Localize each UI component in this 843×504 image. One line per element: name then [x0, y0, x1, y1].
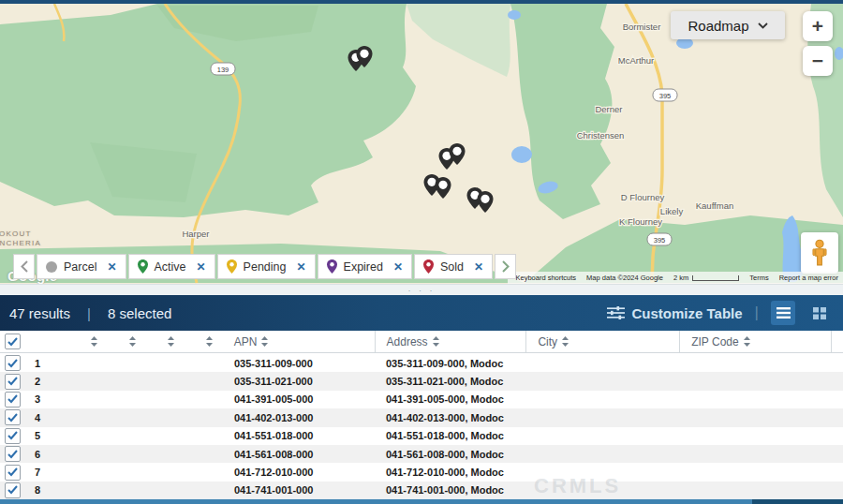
column-header-city[interactable]: City — [525, 331, 679, 352]
sort-icon — [206, 336, 213, 347]
map-label-likely: Likely — [660, 206, 684, 216]
toolbar-divider: | — [755, 304, 759, 322]
cell-address: 041-391-005-000, Modoc — [375, 393, 526, 405]
select-all-checkbox[interactable] — [5, 334, 21, 349]
map-area-label-lookout: LOOKOUT — [0, 230, 32, 238]
filter-chip-sold[interactable]: Sold✕ — [414, 254, 493, 279]
scale-label: 2 km — [673, 274, 688, 282]
map-type-label: Roadmap — [688, 18, 748, 34]
row-select-cell — [0, 446, 25, 462]
table-row[interactable]: 6041-561-008-000041-561-008-000, Modoc — [0, 445, 843, 463]
cell-address: 041-551-018-000, Modoc — [375, 430, 526, 441]
crmls-watermark: CRMLS — [534, 474, 621, 498]
cell-blank: 3 — [25, 393, 75, 405]
column-header-apn[interactable]: APN — [229, 331, 375, 352]
street-view-pegman[interactable] — [801, 232, 838, 274]
row-checkbox[interactable] — [5, 482, 21, 498]
row-select-cell — [0, 374, 25, 390]
map-area-label-rancheria: RANCHERIA — [0, 239, 41, 247]
filter-chip-label: Parcel — [64, 260, 96, 274]
column-header-blank[interactable] — [75, 331, 113, 352]
splitter-drag-handle[interactable]: · · · — [408, 288, 436, 293]
parcel-circle-icon — [46, 261, 57, 273]
filter-chip-parcel[interactable]: Parcel✕ — [37, 254, 126, 279]
cell-address: 041-561-008-000, Modoc — [375, 449, 526, 460]
zoom-in-label: + — [812, 15, 823, 37]
checkmark-icon — [7, 359, 18, 368]
zoom-in-button[interactable]: + — [803, 11, 833, 41]
filter-chip-active[interactable]: Active✕ — [128, 254, 215, 279]
table-row[interactable]: 1035-311-009-000035-311-009-000, Modoc — [0, 354, 843, 372]
report-map-error-link[interactable]: Report a map error — [779, 274, 838, 282]
remove-filter-icon[interactable]: ✕ — [107, 260, 116, 274]
sort-icon — [562, 336, 569, 347]
map-label-k-flourney: K Flourney — [619, 216, 662, 227]
zoom-out-label: − — [812, 50, 823, 72]
row-checkbox[interactable] — [5, 409, 21, 425]
row-checkbox[interactable] — [5, 355, 21, 371]
selected-count: 8 selected — [108, 305, 171, 321]
list-view-icon — [776, 307, 791, 319]
row-select-cell — [0, 355, 25, 371]
row-checkbox[interactable] — [5, 428, 21, 444]
column-header-zip-code[interactable]: ZIP Code — [679, 331, 831, 352]
row-select-cell — [0, 482, 25, 498]
table-row[interactable]: 8041-741-001-000041-741-001-000, Modoc — [0, 482, 843, 499]
map-attribution: Keyboard shortcuts Map data ©2024 Google… — [508, 272, 843, 284]
table-row[interactable]: 5041-551-018-000041-551-018-000, Modoc — [0, 427, 843, 445]
cell-address: 041-402-013-000, Modoc — [375, 412, 526, 423]
checkmark-icon — [7, 450, 18, 459]
table-row[interactable]: 4041-402-013-000041-402-013-000, Modoc — [0, 408, 843, 426]
map-type-dropdown[interactable]: Roadmap — [671, 11, 785, 39]
filter-chip-pending[interactable]: Pending✕ — [217, 254, 316, 279]
list-view-toggle[interactable] — [771, 301, 795, 325]
cell-address: 041-712-010-000, Modoc — [375, 467, 526, 478]
scale-bar — [692, 275, 739, 281]
row-checkbox[interactable] — [5, 446, 21, 462]
checkmark-icon — [7, 394, 18, 404]
zoom-out-button[interactable]: − — [803, 46, 833, 76]
cell-blank: 6 — [25, 449, 75, 460]
sort-icon — [744, 336, 750, 347]
cell-apn: 041-712-010-000 — [229, 467, 375, 478]
column-header-address[interactable]: Address — [375, 331, 526, 352]
cell-blank: 2 — [25, 376, 75, 387]
column-label: Address — [387, 335, 428, 348]
chevron-left-icon — [21, 260, 28, 273]
remove-filter-icon[interactable]: ✕ — [393, 260, 403, 274]
cell-apn: 041-561-008-000 — [229, 449, 375, 460]
terms-link[interactable]: Terms — [749, 274, 768, 282]
cell-apn: 035-311-021-000 — [229, 376, 375, 387]
sort-icon — [91, 336, 97, 347]
cell-blank: 5 — [25, 430, 75, 441]
remove-filter-icon[interactable]: ✕ — [474, 260, 483, 274]
chips-scroll-left-button[interactable] — [13, 254, 35, 279]
table-row[interactable]: 7041-712-010-000041-712-010-000, Modoc — [0, 463, 843, 481]
map-canvas[interactable]: 139395395 BormisterMcArthurDernerChriste… — [0, 4, 843, 284]
svg-text:395: 395 — [659, 92, 672, 100]
remove-filter-icon[interactable]: ✕ — [197, 260, 206, 274]
map-label-derner: Derner — [595, 104, 622, 114]
table-row[interactable]: 2035-311-021-000035-311-021-000, Modoc — [0, 372, 843, 390]
checkmark-icon — [7, 467, 18, 477]
table-body: 1035-311-009-000035-311-009-000, Modoc20… — [0, 354, 843, 499]
filter-chip-expired[interactable]: Expired✕ — [318, 254, 412, 279]
cell-address: 035-311-009-000, Modoc — [375, 358, 526, 369]
column-header-blank[interactable] — [113, 331, 152, 352]
checkmark-icon — [7, 337, 18, 347]
customize-table-button[interactable]: Customize Table — [607, 305, 743, 321]
column-header-blank — [831, 331, 843, 352]
customize-table-label: Customize Table — [632, 305, 743, 321]
table-row[interactable]: 3041-391-005-000041-391-005-000, Modoc — [0, 391, 843, 408]
chips-scroll-right-button[interactable] — [495, 254, 516, 279]
column-header-blank[interactable] — [190, 331, 229, 352]
cell-apn: 041-741-001-000 — [229, 484, 375, 496]
column-header-blank[interactable] — [152, 331, 190, 352]
keyboard-shortcuts-link[interactable]: Keyboard shortcuts — [515, 274, 576, 282]
row-checkbox[interactable] — [5, 392, 21, 408]
map-terrain: 139395395 BormisterMcArthurDernerChriste… — [0, 4, 843, 284]
row-checkbox[interactable] — [5, 465, 21, 481]
grid-view-toggle[interactable] — [807, 301, 832, 325]
row-checkbox[interactable] — [5, 374, 21, 390]
remove-filter-icon[interactable]: ✕ — [296, 260, 305, 274]
